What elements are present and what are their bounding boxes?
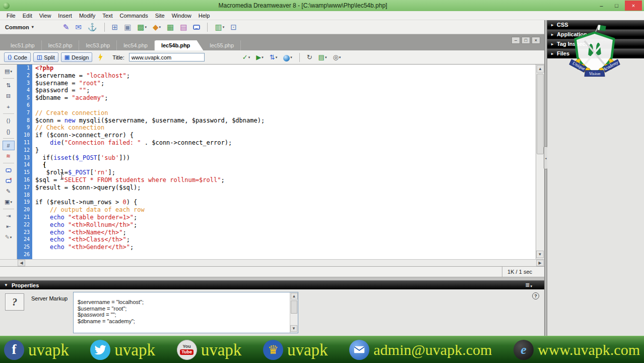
code-pane[interactable]: 1<?php2$servername = "localhost";3$usern… bbox=[17, 65, 536, 259]
code-line[interactable]: 16$sql = "SELECT * FROM students where r… bbox=[17, 176, 536, 184]
document-title-input[interactable] bbox=[129, 53, 205, 62]
doc-restore-button[interactable]: □ bbox=[522, 37, 530, 44]
twitter-link[interactable]: uvapk bbox=[90, 340, 155, 360]
code-line[interactable]: 1<?php bbox=[17, 65, 536, 72]
menu-window[interactable]: Window bbox=[168, 13, 195, 19]
tab-lec54.php[interactable]: lec54.php bbox=[117, 40, 155, 50]
code-line[interactable]: 18 bbox=[17, 192, 536, 199]
code-line[interactable]: 4$password = ""; bbox=[17, 87, 536, 94]
preview-debug-icon[interactable]: ▶▾ bbox=[256, 53, 264, 62]
tab-lec51.php[interactable]: lec51.php bbox=[4, 40, 42, 50]
scroll-right-icon[interactable]: ▶ bbox=[536, 260, 544, 266]
code-line[interactable]: 2$servername = "localhost"; bbox=[17, 72, 536, 80]
scroll-down-icon[interactable]: ▼ bbox=[290, 325, 297, 332]
design-view-button[interactable]: ▣ Design bbox=[61, 52, 93, 62]
preview-browser-icon[interactable]: ▾ bbox=[283, 53, 292, 62]
code-line[interactable]: 7// Create connection bbox=[17, 109, 536, 117]
named-anchor-icon[interactable]: ⚓ bbox=[88, 23, 97, 31]
facebook-link[interactable]: f uvapk bbox=[4, 340, 69, 360]
tab-lec54b.php[interactable]: lec54b.php bbox=[155, 40, 203, 50]
email-link-icon[interactable]: ✉ bbox=[75, 23, 82, 31]
preview-scroll-thumb[interactable] bbox=[291, 300, 297, 314]
horizontal-scrollbar[interactable]: ◀ ▶ bbox=[0, 259, 544, 267]
code-line[interactable]: 23 echo "<th>Name</th>"; bbox=[17, 229, 536, 236]
code-line[interactable]: 10if ($conn->connect_error) { bbox=[17, 132, 536, 139]
tab-lec52.php[interactable]: lec52.php bbox=[42, 40, 80, 50]
live-data-view-icon[interactable] bbox=[98, 53, 103, 62]
indent-icon[interactable]: ⇥ bbox=[3, 211, 15, 221]
apply-comment-icon[interactable] bbox=[3, 165, 15, 175]
youtube-link[interactable]: You Tube uvapk bbox=[177, 340, 242, 360]
code-line[interactable]: 11 die("Connection failed: " . $conn->co… bbox=[17, 139, 536, 147]
file-management-icon[interactable]: ⇅▾ bbox=[270, 53, 277, 62]
menu-commands[interactable]: Commands bbox=[116, 13, 151, 19]
code-line[interactable]: 3$username = "root"; bbox=[17, 80, 536, 87]
validate-markup-icon[interactable]: ✓▾ bbox=[242, 53, 250, 62]
expand-all-icon[interactable]: + bbox=[3, 102, 15, 111]
code-line[interactable]: 12} bbox=[17, 147, 536, 154]
code-line[interactable]: 6 bbox=[17, 102, 536, 109]
menu-file[interactable]: File bbox=[3, 13, 19, 19]
code-line[interactable]: 15 $roll=$_POST['rn']; bbox=[17, 169, 536, 176]
code-line[interactable]: 25 echo "<th>Gender</th>"; bbox=[17, 244, 536, 251]
insertbar-category-select[interactable]: Common ▾ bbox=[5, 24, 34, 30]
panel-menu-icon[interactable]: ≣ ▾ bbox=[525, 282, 532, 288]
hyperlink-icon[interactable]: ✎ bbox=[63, 23, 70, 31]
help-icon[interactable]: ? bbox=[532, 292, 539, 299]
outdent-icon[interactable]: ⇤ bbox=[3, 222, 15, 231]
app-link[interactable]: ♛ uvapk bbox=[263, 340, 328, 360]
date-icon[interactable]: ▦ bbox=[167, 23, 174, 31]
insert-div-icon[interactable]: ▣ bbox=[124, 23, 131, 31]
menu-modify[interactable]: Modify bbox=[76, 13, 99, 19]
visual-aids-icon[interactable]: ◎▾ bbox=[333, 53, 341, 62]
tag-chooser-icon[interactable]: ⊡ bbox=[230, 23, 237, 31]
code-line[interactable]: 19if ($result->num_rows > 0) { bbox=[17, 199, 536, 206]
recent-snippets-icon[interactable]: ▣▾ bbox=[3, 197, 15, 207]
preview-scrollbar[interactable]: ▲ ▼ bbox=[290, 292, 298, 333]
code-line[interactable]: 21 echo "<table border=1>"; bbox=[17, 214, 536, 221]
table-icon[interactable]: ⊞ bbox=[112, 23, 118, 31]
open-documents-icon[interactable]: ▤▾ bbox=[3, 67, 15, 76]
vertical-scroll-thumb[interactable] bbox=[537, 74, 544, 154]
doc-minimize-button[interactable]: – bbox=[511, 37, 520, 44]
code-line[interactable]: 14 { bbox=[17, 161, 536, 169]
split-view-button[interactable]: ◫ Split bbox=[33, 52, 58, 62]
code-line[interactable]: 26 bbox=[17, 251, 536, 259]
menu-text[interactable]: Text bbox=[99, 13, 116, 19]
templates-icon[interactable]: ▥▾ bbox=[215, 23, 224, 31]
highlight-invalid-icon[interactable]: ≋ bbox=[3, 151, 15, 161]
image-icon[interactable]: ▩▾ bbox=[137, 23, 147, 31]
remove-comment-icon[interactable] bbox=[3, 176, 15, 186]
refresh-icon[interactable]: ↻ bbox=[307, 53, 312, 62]
code-line[interactable]: 17$result = $conn->query($sql); bbox=[17, 184, 536, 192]
view-options-icon[interactable]: ▤▾ bbox=[318, 53, 327, 62]
close-button[interactable]: × bbox=[625, 1, 642, 11]
select-parent-tag-icon[interactable]: ⟨⟩ bbox=[3, 116, 15, 126]
server-markup-preview[interactable]: $servername = "localhost";$username = "r… bbox=[73, 292, 298, 333]
tab-lec53.php[interactable]: lec53.php bbox=[79, 40, 117, 50]
minimize-button[interactable]: – bbox=[595, 2, 608, 10]
media-icon[interactable]: ◆▾ bbox=[153, 23, 161, 31]
code-line[interactable]: 8$conn = new mysqli($servername, $userna… bbox=[17, 117, 536, 125]
website-link[interactable]: e www.uvapk.com bbox=[513, 340, 640, 360]
scroll-left-icon[interactable]: ◀ bbox=[18, 260, 25, 266]
menu-view[interactable]: View bbox=[36, 13, 55, 19]
line-numbers-icon[interactable]: # bbox=[3, 141, 15, 150]
code-line[interactable]: 9// Check connection bbox=[17, 124, 536, 132]
scroll-down-icon[interactable]: ▼ bbox=[536, 251, 544, 258]
email-link[interactable]: admin@uvapk.com bbox=[349, 340, 492, 360]
comment-icon[interactable] bbox=[193, 25, 200, 30]
properties-header[interactable]: ▼ Properties ≣ ▾ bbox=[0, 281, 544, 289]
menu-insert[interactable]: Insert bbox=[54, 13, 76, 19]
server-include-icon[interactable]: ▤ bbox=[180, 23, 187, 31]
collapse-full-tag-icon[interactable]: ⇅ bbox=[3, 81, 15, 90]
doc-close-button[interactable]: × bbox=[532, 37, 540, 44]
code-line[interactable]: 24 echo "<th>Class</th>"; bbox=[17, 236, 536, 244]
code-line[interactable]: 20 // output data of each row bbox=[17, 206, 536, 214]
menu-edit[interactable]: Edit bbox=[19, 13, 36, 19]
menu-site[interactable]: Site bbox=[152, 13, 168, 19]
scroll-up-icon[interactable]: ▲ bbox=[291, 293, 298, 299]
menu-help[interactable]: Help bbox=[195, 13, 214, 19]
wrap-tag-icon[interactable]: ✎ bbox=[3, 187, 15, 196]
scroll-up-icon[interactable]: ▲ bbox=[537, 65, 544, 73]
